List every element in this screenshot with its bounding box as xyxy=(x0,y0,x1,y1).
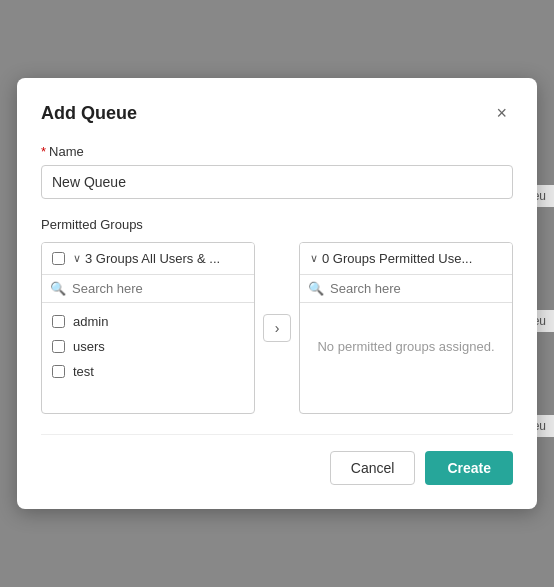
left-search-icon: 🔍 xyxy=(50,281,66,296)
add-queue-modal: Add Queue × *Name Permitted Groups ∨ 3 G… xyxy=(17,78,537,509)
users-checkbox[interactable] xyxy=(52,340,65,353)
left-panel-header-text: 3 Groups All Users & ... xyxy=(85,251,220,266)
list-item: test xyxy=(42,359,254,384)
close-button[interactable]: × xyxy=(490,102,513,124)
dual-list-container: ∨ 3 Groups All Users & ... 🔍 admin users xyxy=(41,242,513,414)
name-field-container: *Name xyxy=(41,144,513,199)
test-label: test xyxy=(73,364,94,379)
chevron-down-icon: ∨ xyxy=(310,252,318,265)
list-item: admin xyxy=(42,309,254,334)
cancel-button[interactable]: Cancel xyxy=(330,451,416,485)
users-label: users xyxy=(73,339,105,354)
modal-title: Add Queue xyxy=(41,103,137,124)
name-label: *Name xyxy=(41,144,513,159)
test-checkbox[interactable] xyxy=(52,365,65,378)
admin-label: admin xyxy=(73,314,108,329)
permitted-groups-label: Permitted Groups xyxy=(41,217,513,232)
create-button[interactable]: Create xyxy=(425,451,513,485)
no-items-message: No permitted groups assigned. xyxy=(300,309,512,384)
modal-footer: Cancel Create xyxy=(41,434,513,485)
left-panel-header: ∨ 3 Groups All Users & ... xyxy=(42,243,254,275)
select-all-checkbox[interactable] xyxy=(52,252,65,265)
right-panel: ∨ 0 Groups Permitted Use... 🔍 No permitt… xyxy=(299,242,513,414)
transfer-button[interactable]: › xyxy=(263,314,291,342)
right-panel-header: ∨ 0 Groups Permitted Use... xyxy=(300,243,512,275)
right-search-box: 🔍 xyxy=(300,275,512,303)
name-input[interactable] xyxy=(41,165,513,199)
list-item: users xyxy=(42,334,254,359)
right-search-icon: 🔍 xyxy=(308,281,324,296)
modal-header: Add Queue × xyxy=(41,102,513,124)
required-star: * xyxy=(41,144,46,159)
right-panel-header-text: 0 Groups Permitted Use... xyxy=(322,251,472,266)
chevron-down-icon: ∨ xyxy=(73,252,81,265)
left-panel: ∨ 3 Groups All Users & ... 🔍 admin users xyxy=(41,242,255,414)
left-search-box: 🔍 xyxy=(42,275,254,303)
left-search-input[interactable] xyxy=(72,281,246,296)
right-search-input[interactable] xyxy=(330,281,504,296)
right-list-items: No permitted groups assigned. xyxy=(300,303,512,413)
left-list-items: admin users test xyxy=(42,303,254,413)
admin-checkbox[interactable] xyxy=(52,315,65,328)
modal-overlay: ieu ieu ieu Add Queue × *Name Permitted … xyxy=(0,0,554,587)
